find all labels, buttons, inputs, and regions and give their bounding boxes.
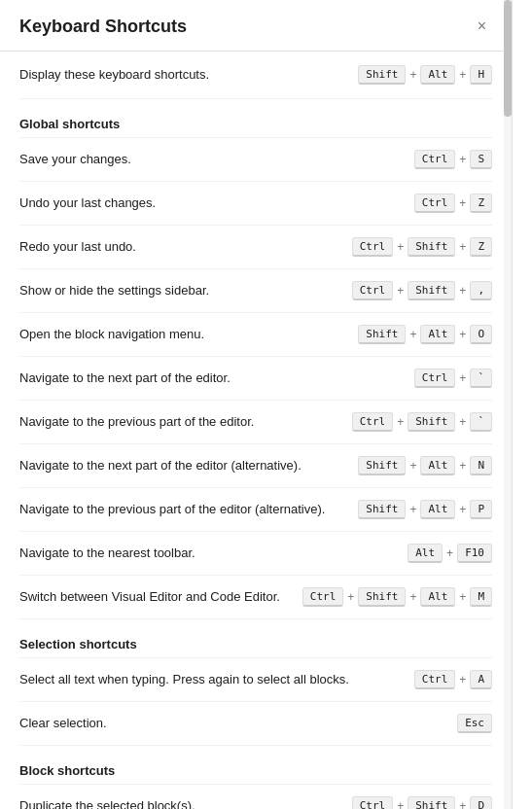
shortcut-desc-display: Display these keyboard shortcuts. bbox=[19, 66, 346, 84]
section-header-block: Block shortcuts bbox=[19, 746, 492, 785]
shortcut-desc-toolbar: Navigate to the nearest toolbar. bbox=[19, 545, 396, 562]
key-m: M bbox=[470, 587, 492, 607]
key-ctrl: Ctrl bbox=[352, 281, 394, 300]
shortcut-keys-prev-part: Ctrl + Shift + ` bbox=[352, 412, 492, 432]
shortcut-row-prev-part: Navigate to the previous part of the edi… bbox=[19, 401, 492, 444]
key-shift: Shift bbox=[358, 325, 406, 344]
key-h: H bbox=[470, 65, 492, 85]
shortcut-keys-nav-menu: Shift + Alt + O bbox=[358, 325, 492, 344]
shortcut-desc-switch-editor: Switch between Visual Editor and Code Ed… bbox=[19, 588, 291, 606]
shortcut-row-next-part: Navigate to the next part of the editor.… bbox=[19, 357, 492, 401]
section-header-selection: Selection shortcuts bbox=[19, 619, 492, 658]
key-d: D bbox=[470, 796, 492, 809]
key-s: S bbox=[470, 150, 492, 169]
key-ctrl: Ctrl bbox=[302, 587, 344, 607]
shortcut-desc-next-alt: Navigate to the next part of the editor … bbox=[19, 457, 346, 475]
shortcut-keys-sidebar: Ctrl + Shift + , bbox=[352, 281, 492, 300]
key-n: N bbox=[470, 456, 492, 475]
key-o: O bbox=[470, 325, 492, 344]
scrollbar-thumb[interactable] bbox=[504, 0, 512, 117]
shortcut-row-nav-menu: Open the block navigation menu. Shift + … bbox=[19, 313, 492, 357]
shortcut-desc-save: Save your changes. bbox=[19, 151, 403, 168]
key-ctrl: Ctrl bbox=[414, 670, 456, 689]
key-shift: Shift bbox=[408, 412, 455, 432]
shortcut-keys-toolbar: Alt + F10 bbox=[408, 544, 492, 563]
key-f10: F10 bbox=[457, 544, 492, 563]
key-ctrl: Ctrl bbox=[414, 369, 456, 388]
shortcut-desc-sidebar: Show or hide the settings sidebar. bbox=[19, 282, 340, 299]
shortcut-keys-duplicate: Ctrl + Shift + D bbox=[352, 796, 492, 809]
shortcut-row-clear-selection: Clear selection. Esc bbox=[19, 702, 492, 746]
panel-title: Keyboard Shortcuts bbox=[19, 17, 187, 37]
key-ctrl: Ctrl bbox=[352, 412, 394, 432]
key-alt: Alt bbox=[420, 65, 455, 85]
shortcut-desc-prev-part: Navigate to the previous part of the edi… bbox=[19, 413, 340, 431]
panel-header: Keyboard Shortcuts × bbox=[0, 0, 512, 52]
shortcut-keys-select-all: Ctrl + A bbox=[414, 670, 492, 689]
key-alt: Alt bbox=[420, 456, 455, 475]
key-alt: Alt bbox=[420, 325, 455, 344]
shortcut-desc-clear-selection: Clear selection. bbox=[19, 715, 445, 732]
shortcut-row-switch-editor: Switch between Visual Editor and Code Ed… bbox=[19, 576, 492, 619]
display-shortcut-row: Display these keyboard shortcuts. Shift … bbox=[19, 52, 492, 99]
shortcut-keys-undo: Ctrl + Z bbox=[414, 193, 492, 213]
shortcut-keys-switch-editor: Ctrl + Shift + Alt + M bbox=[302, 587, 492, 607]
scrollbar-track[interactable] bbox=[504, 0, 512, 809]
shortcut-desc-nav-menu: Open the block navigation menu. bbox=[19, 326, 346, 343]
key-p: P bbox=[470, 500, 492, 519]
shortcut-row-save: Save your changes. Ctrl + S bbox=[19, 138, 492, 182]
key-shift: Shift bbox=[358, 65, 406, 85]
key-shift: Shift bbox=[408, 237, 455, 257]
key-shift: Shift bbox=[358, 587, 406, 607]
shortcut-row-duplicate: Duplicate the selected block(s). Ctrl + … bbox=[19, 785, 492, 809]
shortcut-desc-next-part: Navigate to the next part of the editor. bbox=[19, 369, 403, 387]
section-header-global: Global shortcuts bbox=[19, 99, 492, 138]
shortcut-keys-display: Shift + Alt + H bbox=[358, 65, 492, 85]
key-shift: Shift bbox=[408, 796, 455, 809]
shortcut-row-next-alt: Navigate to the next part of the editor … bbox=[19, 444, 492, 488]
key-a: A bbox=[470, 670, 492, 689]
key-esc: Esc bbox=[457, 714, 492, 733]
key-ctrl: Ctrl bbox=[352, 237, 394, 257]
key-sep: + bbox=[458, 68, 467, 82]
key-backtick: ` bbox=[470, 369, 492, 388]
key-alt: Alt bbox=[420, 500, 455, 519]
panel-body: Display these keyboard shortcuts. Shift … bbox=[0, 52, 512, 809]
shortcut-row-display: Display these keyboard shortcuts. Shift … bbox=[19, 65, 492, 85]
shortcut-row-undo: Undo your last changes. Ctrl + Z bbox=[19, 182, 492, 226]
keyboard-shortcuts-panel: Keyboard Shortcuts × Display these keybo… bbox=[0, 0, 513, 809]
key-shift: Shift bbox=[408, 281, 455, 300]
key-ctrl: Ctrl bbox=[414, 193, 456, 213]
shortcut-desc-redo: Redo your last undo. bbox=[19, 238, 340, 256]
shortcut-row-select-all: Select all text when typing. Press again… bbox=[19, 658, 492, 702]
key-backtick: ` bbox=[470, 412, 492, 432]
shortcut-desc-select-all: Select all text when typing. Press again… bbox=[19, 671, 403, 688]
shortcut-keys-next-part: Ctrl + ` bbox=[414, 369, 492, 388]
key-ctrl: Ctrl bbox=[414, 150, 456, 169]
key-z: Z bbox=[470, 237, 492, 257]
shortcut-keys-save: Ctrl + S bbox=[414, 150, 492, 169]
key-alt: Alt bbox=[420, 587, 455, 607]
shortcut-desc-duplicate: Duplicate the selected block(s). bbox=[19, 797, 340, 809]
close-button[interactable]: × bbox=[472, 16, 492, 37]
shortcut-row-prev-alt: Navigate to the previous part of the edi… bbox=[19, 488, 492, 532]
shortcut-desc-undo: Undo your last changes. bbox=[19, 194, 403, 212]
key-alt: Alt bbox=[408, 544, 443, 563]
key-shift: Shift bbox=[358, 456, 406, 475]
key-sep: + bbox=[408, 68, 417, 82]
shortcut-keys-prev-alt: Shift + Alt + P bbox=[358, 500, 492, 519]
shortcut-row-redo: Redo your last undo. Ctrl + Shift + Z bbox=[19, 226, 492, 269]
key-z: Z bbox=[470, 193, 492, 213]
shortcut-desc-prev-alt: Navigate to the previous part of the edi… bbox=[19, 501, 346, 518]
shortcut-row-toolbar: Navigate to the nearest toolbar. Alt + F… bbox=[19, 532, 492, 576]
shortcut-keys-clear-selection: Esc bbox=[457, 714, 492, 733]
key-comma: , bbox=[470, 281, 492, 300]
shortcut-keys-redo: Ctrl + Shift + Z bbox=[352, 237, 492, 257]
shortcut-keys-next-alt: Shift + Alt + N bbox=[358, 456, 492, 475]
key-ctrl: Ctrl bbox=[352, 796, 394, 809]
key-shift: Shift bbox=[358, 500, 406, 519]
shortcut-row-sidebar: Show or hide the settings sidebar. Ctrl … bbox=[19, 269, 492, 313]
